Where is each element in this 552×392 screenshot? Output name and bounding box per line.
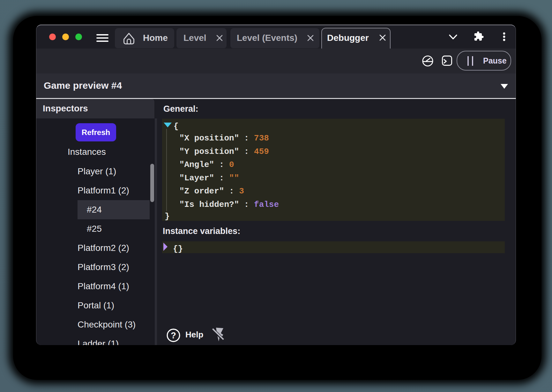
svg-text:?: ? <box>171 331 176 340</box>
